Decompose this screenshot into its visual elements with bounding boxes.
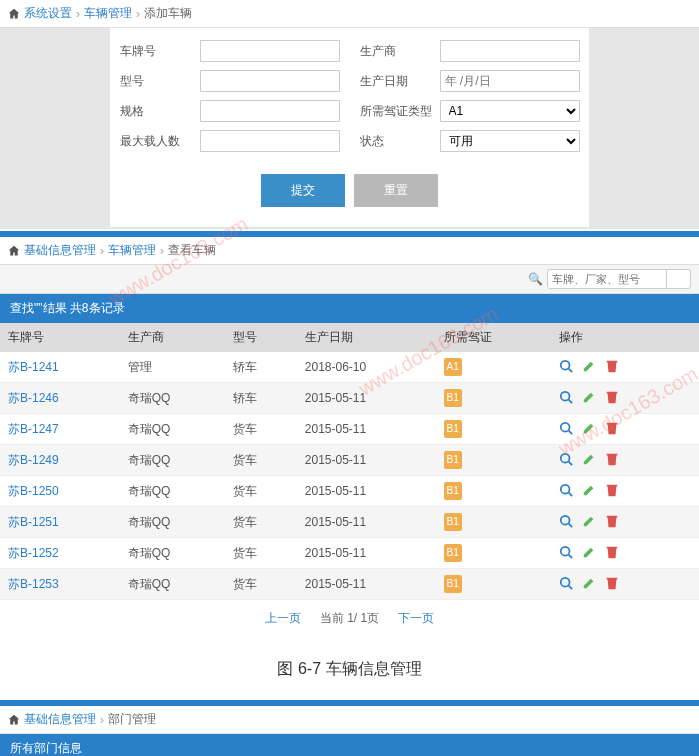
edit-icon[interactable] [582, 576, 596, 590]
license-badge: B1 [444, 575, 462, 593]
svg-line-7 [568, 461, 572, 465]
figure-caption-1: 图 6-7 车辆信息管理 [0, 639, 699, 700]
delete-icon[interactable] [605, 483, 619, 497]
delete-icon[interactable] [605, 421, 619, 435]
pager-info: 当前 1/ 1页 [320, 611, 379, 625]
crumb-l1[interactable]: 基础信息管理 [24, 711, 96, 728]
view-icon[interactable] [559, 452, 573, 466]
cell-maker: 管理 [120, 352, 225, 383]
input-model[interactable] [200, 70, 340, 92]
crumb-l3: 查看车辆 [168, 242, 216, 259]
table-row: 苏B-1249 奇瑞QQ 货车 2015-05-11 B1 [0, 445, 699, 476]
breadcrumb: 基础信息管理› 部门管理 [0, 706, 699, 734]
input-capacity[interactable] [200, 130, 340, 152]
table-row: 苏B-1247 奇瑞QQ 货车 2015-05-11 B1 [0, 414, 699, 445]
svg-point-4 [560, 422, 569, 431]
select-license[interactable]: A1 [440, 100, 580, 122]
cell-date: 2015-05-11 [297, 569, 436, 600]
col-date: 生产日期 [297, 323, 436, 352]
plate-link[interactable]: 苏B-1247 [8, 422, 59, 436]
svg-point-8 [560, 484, 569, 493]
table-row: 苏B-1252 奇瑞QQ 货车 2015-05-11 B1 [0, 538, 699, 569]
delete-icon[interactable] [605, 452, 619, 466]
edit-icon[interactable] [582, 545, 596, 559]
plate-link[interactable]: 苏B-1241 [8, 360, 59, 374]
cell-date: 2015-05-11 [297, 414, 436, 445]
plate-link[interactable]: 苏B-1246 [8, 391, 59, 405]
cell-date: 2018-06-10 [297, 352, 436, 383]
edit-icon[interactable] [582, 452, 596, 466]
plate-link[interactable]: 苏B-1250 [8, 484, 59, 498]
plate-link[interactable]: 苏B-1249 [8, 453, 59, 467]
table-row: 苏B-1241 管理 轿车 2018-06-10 A1 [0, 352, 699, 383]
crumb-l1[interactable]: 系统设置 [24, 5, 72, 22]
svg-point-14 [560, 577, 569, 586]
breadcrumb: 基础信息管理› 车辆管理› 查看车辆 [0, 237, 699, 265]
license-badge: B1 [444, 389, 462, 407]
edit-icon[interactable] [582, 390, 596, 404]
svg-line-15 [568, 585, 572, 589]
table-row: 苏B-1253 奇瑞QQ 货车 2015-05-11 B1 [0, 569, 699, 600]
crumb-l2[interactable]: 车辆管理 [108, 242, 156, 259]
label-capacity: 最大载人数 [110, 133, 200, 150]
input-maker[interactable] [440, 40, 580, 62]
table-row: 苏B-1246 奇瑞QQ 轿车 2015-05-11 B1 [0, 383, 699, 414]
view-icon[interactable] [559, 514, 573, 528]
home-icon[interactable] [8, 714, 20, 726]
view-icon[interactable] [559, 390, 573, 404]
edit-icon[interactable] [582, 421, 596, 435]
cell-model: 轿车 [225, 352, 297, 383]
view-icon[interactable] [559, 359, 573, 373]
home-icon[interactable] [8, 245, 20, 257]
delete-icon[interactable] [605, 545, 619, 559]
delete-icon[interactable] [605, 359, 619, 373]
col-plate: 车牌号 [0, 323, 120, 352]
select-status[interactable]: 可用 [440, 130, 580, 152]
vehicle-list-panel: 基础信息管理› 车辆管理› 查看车辆 🔍 查找""结果 共8条记录 车牌号 生产… [0, 231, 699, 637]
delete-icon[interactable] [605, 576, 619, 590]
delete-icon[interactable] [605, 390, 619, 404]
crumb-l2[interactable]: 车辆管理 [84, 5, 132, 22]
breadcrumb: 系统设置 › 车辆管理 › 添加车辆 [0, 0, 699, 28]
license-badge: A1 [444, 358, 462, 376]
cell-date: 2015-05-11 [297, 538, 436, 569]
view-icon[interactable] [559, 576, 573, 590]
view-icon[interactable] [559, 545, 573, 559]
pager-next[interactable]: 下一页 [398, 611, 434, 625]
crumb-l1[interactable]: 基础信息管理 [24, 242, 96, 259]
view-icon[interactable] [559, 421, 573, 435]
home-icon[interactable] [8, 8, 20, 20]
table-row: 苏B-1250 奇瑞QQ 货车 2015-05-11 B1 [0, 476, 699, 507]
cell-maker: 奇瑞QQ [120, 569, 225, 600]
plate-link[interactable]: 苏B-1251 [8, 515, 59, 529]
input-spec[interactable] [200, 100, 340, 122]
col-maker: 生产商 [120, 323, 225, 352]
label-status: 状态 [350, 133, 440, 150]
edit-icon[interactable] [582, 359, 596, 373]
input-plate[interactable] [200, 40, 340, 62]
label-model: 型号 [110, 73, 200, 90]
cell-model: 货车 [225, 569, 297, 600]
submit-button[interactable]: 提交 [261, 174, 345, 207]
edit-icon[interactable] [582, 483, 596, 497]
edit-icon[interactable] [582, 514, 596, 528]
license-badge: B1 [444, 420, 462, 438]
svg-line-5 [568, 430, 572, 434]
reset-button[interactable]: 重置 [354, 174, 438, 207]
delete-icon[interactable] [605, 514, 619, 528]
license-badge: B1 [444, 482, 462, 500]
input-date[interactable] [440, 70, 580, 92]
label-spec: 规格 [110, 103, 200, 120]
svg-point-12 [560, 546, 569, 555]
svg-line-1 [568, 368, 572, 372]
plate-link[interactable]: 苏B-1253 [8, 577, 59, 591]
search-input[interactable] [547, 269, 667, 289]
pager-prev[interactable]: 上一页 [265, 611, 301, 625]
cell-maker: 奇瑞QQ [120, 476, 225, 507]
svg-point-6 [560, 453, 569, 462]
cell-maker: 奇瑞QQ [120, 538, 225, 569]
view-icon[interactable] [559, 483, 573, 497]
vehicle-table: 车牌号 生产商 型号 生产日期 所需驾证 操作 苏B-1241 管理 轿车 20… [0, 323, 699, 600]
plate-link[interactable]: 苏B-1252 [8, 546, 59, 560]
search-button[interactable] [667, 269, 691, 289]
